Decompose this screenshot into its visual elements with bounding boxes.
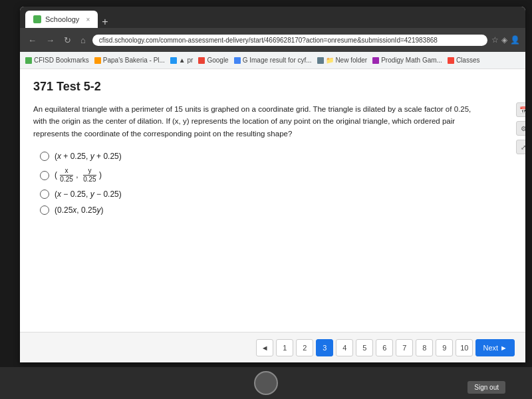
browser-window: Schoology × + ← → ↻ ⌂ ☆ ◈ 👤 CFISD Bookma… [20, 7, 525, 362]
page-title: 371 Test 5-2 [33, 80, 512, 94]
page-8-button[interactable]: 8 [416, 339, 433, 356]
address-icons: ☆ ◈ 👤 [491, 35, 520, 45]
bookmark-label: Classes [456, 57, 480, 64]
answer-option-d[interactable]: (0.25x, 0.25y) [40, 205, 512, 215]
address-bar: ← → ↻ ⌂ ☆ ◈ 👤 [20, 28, 525, 52]
bookmark-favicon [198, 57, 205, 64]
bookmark-favicon [448, 57, 454, 64]
bookmark-favicon [25, 57, 32, 64]
prev-page-button[interactable]: ◄ [256, 339, 273, 356]
settings-icon[interactable]: ⚙ [516, 121, 525, 136]
pagination-bar: ◄ 1 2 3 4 5 6 7 8 9 10 Next ► [20, 332, 525, 362]
bookmark-label: Papa's Bakeria - Pl... [103, 57, 165, 64]
active-tab[interactable]: Schoology × [25, 11, 98, 28]
answer-options: (x + 0.25, y + 0.25) ( x 0.25 , y [40, 152, 512, 215]
bookmark-classes[interactable]: Classes [448, 57, 480, 64]
bookmark-label: ▲ pr [179, 57, 194, 64]
page-9-button[interactable]: 9 [436, 339, 453, 356]
extension-icon[interactable]: ◈ [501, 35, 507, 45]
radio-a[interactable] [40, 152, 49, 161]
bookmark-google[interactable]: Google [198, 57, 228, 64]
home-button[interactable]: ⌂ [78, 34, 88, 47]
page-7-button[interactable]: 7 [396, 339, 413, 356]
radio-c[interactable] [40, 190, 49, 199]
fraction-x: x 0.25 [60, 168, 72, 183]
next-page-button[interactable]: Next ► [475, 339, 515, 356]
tab-favicon [33, 15, 41, 23]
bookmark-favicon [372, 57, 379, 64]
tab-close-button[interactable]: × [86, 16, 90, 23]
calendar-icon[interactable]: 📅 [516, 102, 525, 117]
bookmark-new-folder[interactable]: 📁 New folder [317, 57, 368, 64]
answer-option-b[interactable]: ( x 0.25 , y 0.25 ) [40, 168, 512, 183]
page-3-button[interactable]: 3 [316, 339, 333, 356]
bookmark-favicon [170, 57, 177, 64]
account-icon[interactable]: 👤 [510, 35, 520, 45]
bookmark-label: Google [207, 57, 228, 64]
new-tab-button[interactable]: + [102, 16, 108, 28]
tab-bar: Schoology × + [20, 7, 525, 28]
page-content: 371 Test 5-2 An equilateral triangle wit… [20, 69, 525, 362]
back-button[interactable]: ← [25, 34, 39, 47]
page-1-button[interactable]: 1 [276, 339, 293, 356]
bookmark-favicon [234, 57, 241, 64]
bookmark-label: Prodigy Math Gam... [381, 57, 442, 64]
taskbar-home-circle[interactable] [254, 371, 278, 395]
bookmark-cfisd[interactable]: CFISD Bookmarks [25, 57, 89, 64]
bookmark-label: 📁 New folder [326, 57, 368, 64]
fraction-y: y 0.25 [83, 168, 96, 183]
forward-button[interactable]: → [43, 34, 57, 47]
radio-b[interactable] [40, 171, 49, 180]
page-5-button[interactable]: 5 [356, 339, 373, 356]
refresh-button[interactable]: ↻ [61, 34, 74, 47]
page-10-button[interactable]: 10 [456, 339, 473, 356]
bookmark-image-result[interactable]: G Image result for cyf... [234, 57, 312, 64]
option-d-text: (0.25x, 0.25y) [55, 205, 103, 215]
bookmark-star-icon[interactable]: ☆ [491, 35, 499, 45]
answer-option-a[interactable]: (x + 0.25, y + 0.25) [40, 152, 512, 161]
page-2-button[interactable]: 2 [296, 339, 313, 356]
right-sidebar: 📅 ⚙ ⤢ [516, 102, 525, 154]
bookmark-favicon [94, 57, 101, 64]
option-c-text: (x − 0.25, y − 0.25) [55, 190, 122, 199]
bookmark-label: G Image result for cyf... [243, 57, 312, 64]
option-a-text: (x + 0.25, y + 0.25) [55, 152, 122, 161]
page-6-button[interactable]: 6 [376, 339, 393, 356]
page-4-button[interactable]: 4 [336, 339, 353, 356]
address-input[interactable] [92, 35, 487, 46]
bookmark-pr[interactable]: ▲ pr [170, 57, 194, 64]
radio-d[interactable] [40, 205, 49, 215]
bookmark-prodigy[interactable]: Prodigy Math Gam... [372, 57, 442, 64]
bookmark-papas[interactable]: Papa's Bakeria - Pl... [94, 57, 165, 64]
answer-option-c[interactable]: (x − 0.25, y − 0.25) [40, 190, 512, 199]
option-b-text: ( x 0.25 , y 0.25 ) [55, 168, 102, 183]
sign-out-button[interactable]: Sign out [467, 381, 505, 394]
taskbar [0, 367, 532, 399]
expand-icon[interactable]: ⤢ [516, 140, 525, 154]
bookmark-label: CFISD Bookmarks [34, 57, 89, 64]
tab-label: Schoology [45, 15, 79, 23]
bookmark-favicon [317, 57, 324, 64]
question-text: An equilateral triangle with a perimeter… [33, 103, 485, 140]
bookmarks-bar: CFISD Bookmarks Papa's Bakeria - Pl... ▲… [20, 52, 525, 69]
